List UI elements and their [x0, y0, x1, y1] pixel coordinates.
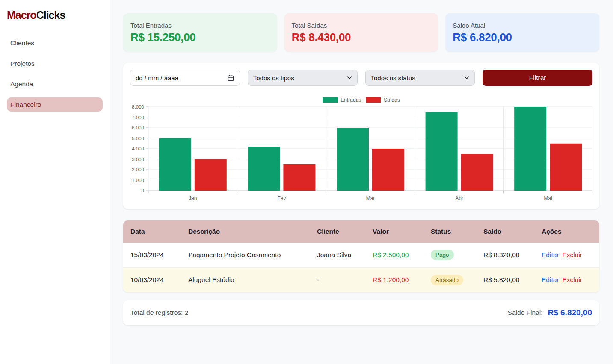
- cell-saldo: R$ 5.820,00: [476, 267, 534, 292]
- sidebar: MacroClicks Clientes Projetos Agenda Fin…: [0, 0, 110, 364]
- date-placeholder: dd / mm / aaaa: [136, 74, 227, 82]
- col-saldo: Saldo: [476, 220, 534, 243]
- filter-chart-panel: dd / mm / aaaa Todos os tipos Todos os s…: [123, 63, 599, 209]
- cell-descricao: Pagamento Projeto Casamento: [181, 243, 310, 267]
- type-select-value: Todos os tipos: [253, 74, 347, 82]
- calendar-icon[interactable]: [227, 74, 234, 82]
- svg-text:8.000: 8.000: [132, 104, 144, 109]
- bar-entradas-Jan: [159, 138, 191, 191]
- status-badge: Pago: [431, 250, 454, 260]
- transactions-table-panel: Data Descrição Cliente Valor Status Sald…: [123, 220, 599, 292]
- cell-status: Pago: [423, 243, 476, 267]
- chart-legend: Entradas Saídas: [130, 97, 592, 103]
- sidebar-item-financeiro[interactable]: Financeiro: [7, 97, 103, 112]
- sidebar-item-clientes[interactable]: Clientes: [7, 36, 103, 50]
- table-header-row: Data Descrição Cliente Valor Status Sald…: [123, 220, 599, 243]
- entradas-swatch: [323, 97, 338, 103]
- svg-text:6.000: 6.000: [132, 125, 144, 130]
- bar-saidas-Fev: [283, 164, 315, 191]
- logo-secondary: Clicks: [36, 9, 65, 21]
- bar-entradas-Abr: [426, 112, 458, 191]
- cell-saldo: R$ 8.320,00: [476, 243, 534, 267]
- main-content: Total Entradas R$ 15.250,00 Total Saídas…: [110, 0, 613, 364]
- table-row: 15/03/2024 Pagamento Projeto Casamento J…: [123, 243, 599, 267]
- svg-text:1.000: 1.000: [132, 178, 144, 183]
- saldo-final-value: R$ 6.820,00: [548, 308, 592, 317]
- chevron-down-icon: [464, 76, 469, 79]
- cell-cliente: -: [310, 267, 365, 292]
- col-cliente: Cliente: [310, 220, 365, 243]
- bar-saidas-Mar: [372, 149, 404, 191]
- status-badge: Atrasado: [431, 275, 463, 285]
- cell-acoes: EditarExcluir: [534, 243, 599, 267]
- svg-text:0: 0: [142, 188, 144, 193]
- summary-footer: Total de registros: 2 Saldo Final: R$ 6.…: [123, 300, 599, 325]
- svg-text:5.000: 5.000: [132, 136, 144, 141]
- legend-entradas[interactable]: Entradas: [323, 97, 361, 103]
- summary-cards: Total Entradas R$ 15.250,00 Total Saídas…: [123, 13, 599, 52]
- svg-text:Abr: Abr: [455, 195, 463, 201]
- cell-valor: R$ 2.500,00: [365, 243, 423, 267]
- edit-link[interactable]: Editar: [542, 251, 559, 258]
- card-value: R$ 8.430,00: [292, 31, 431, 44]
- svg-text:Jan: Jan: [189, 195, 197, 201]
- card-value: R$ 6.820,00: [453, 31, 592, 44]
- svg-text:Fev: Fev: [277, 195, 286, 201]
- type-filter-select[interactable]: Todos os tipos: [248, 70, 358, 86]
- saldo-final-label: Saldo Final:: [508, 309, 543, 317]
- card-total-entradas: Total Entradas R$ 15.250,00: [123, 13, 277, 52]
- legend-saidas[interactable]: Saídas: [366, 97, 400, 103]
- col-status: Status: [423, 220, 476, 243]
- bar-entradas-Mai: [514, 107, 546, 191]
- filter-button[interactable]: Filtrar: [483, 70, 592, 86]
- sidebar-item-agenda[interactable]: Agenda: [7, 77, 103, 91]
- card-label: Saldo Atual: [453, 22, 592, 29]
- cell-data: 10/03/2024: [123, 267, 181, 292]
- card-value: R$ 15.250,00: [130, 31, 270, 44]
- sidebar-item-projetos[interactable]: Projetos: [7, 56, 103, 70]
- cell-data: 15/03/2024: [123, 243, 181, 267]
- cell-descricao: Aluguel Estúdio: [181, 267, 310, 292]
- bar-entradas-Mar: [337, 128, 369, 191]
- edit-link[interactable]: Editar: [542, 276, 559, 283]
- svg-text:Mar: Mar: [366, 195, 375, 201]
- cell-cliente: Joana Silva: [310, 243, 365, 267]
- total-registros: Total de registros: 2: [130, 309, 188, 317]
- status-filter-select[interactable]: Todos os status: [365, 70, 475, 86]
- chevron-down-icon: [347, 76, 352, 79]
- cell-acoes: EditarExcluir: [534, 267, 599, 292]
- bar-saidas-Jan: [195, 159, 227, 191]
- app-logo: MacroClicks: [7, 9, 103, 21]
- col-acoes: Ações: [534, 220, 599, 243]
- svg-text:4.000: 4.000: [132, 146, 144, 151]
- saldo-final: Saldo Final: R$ 6.820,00: [508, 308, 592, 317]
- date-filter-input[interactable]: dd / mm / aaaa: [130, 70, 240, 86]
- svg-text:Mai: Mai: [544, 195, 552, 201]
- logo-primary: Macro: [7, 9, 36, 21]
- bar-entradas-Fev: [248, 147, 280, 191]
- legend-entradas-label: Entradas: [341, 97, 361, 103]
- sidebar-nav: Clientes Projetos Agenda Financeiro: [7, 36, 103, 112]
- bar-saidas-Abr: [461, 154, 493, 191]
- cell-valor: R$ 1.200,00: [365, 267, 423, 292]
- filter-bar: dd / mm / aaaa Todos os tipos Todos os s…: [130, 70, 592, 86]
- transactions-table: Data Descrição Cliente Valor Status Sald…: [123, 220, 599, 292]
- saidas-swatch: [366, 97, 381, 103]
- card-label: Total Entradas: [130, 22, 270, 29]
- status-select-value: Todos os status: [371, 74, 465, 82]
- svg-text:7.000: 7.000: [132, 115, 144, 120]
- bar-saidas-Mai: [550, 144, 582, 191]
- card-label: Total Saídas: [292, 22, 431, 29]
- col-descricao: Descrição: [181, 220, 310, 243]
- cell-status: Atrasado: [423, 267, 476, 292]
- svg-text:3.000: 3.000: [132, 157, 144, 162]
- legend-saidas-label: Saídas: [384, 97, 400, 103]
- card-saldo-atual: Saldo Atual R$ 6.820,00: [445, 13, 599, 52]
- col-data: Data: [123, 220, 181, 243]
- card-total-saidas: Total Saídas R$ 8.430,00: [284, 13, 438, 52]
- col-valor: Valor: [365, 220, 423, 243]
- delete-link[interactable]: Excluir: [563, 251, 583, 258]
- bar-chart: 01.0002.0003.0004.0005.0006.0007.0008.00…: [130, 104, 592, 203]
- delete-link[interactable]: Excluir: [563, 276, 583, 283]
- table-row: 10/03/2024 Aluguel Estúdio - R$ 1.200,00…: [123, 267, 599, 292]
